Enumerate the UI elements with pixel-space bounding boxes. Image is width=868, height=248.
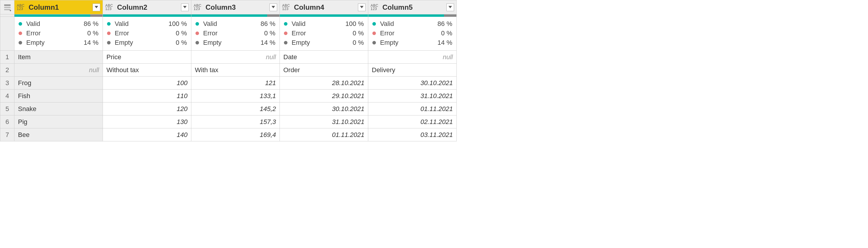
column-quality-bar: [280, 14, 368, 17]
column-name: Column4: [294, 3, 355, 11]
quality-row-error: Error0 %: [195, 29, 275, 38]
table-cell[interactable]: 31.10.2021: [280, 115, 368, 129]
error-dot-icon: [195, 32, 199, 35]
table-cell[interactable]: 110: [103, 90, 191, 103]
svg-marker-6: [272, 6, 275, 8]
cell-value: Order: [283, 66, 300, 74]
table-cell[interactable]: 01.11.2021: [368, 103, 457, 115]
column-filter-button[interactable]: [358, 4, 366, 11]
quality-row-left: Error: [372, 29, 395, 38]
table-cell[interactable]: 29.10.2021: [280, 90, 368, 103]
table-cell[interactable]: Order: [280, 64, 368, 77]
table-cell[interactable]: 120: [103, 103, 191, 115]
quality-percent: 14 %: [261, 38, 275, 47]
table-cell[interactable]: 130: [103, 115, 191, 129]
row-number[interactable]: 2: [0, 64, 14, 77]
table-cell[interactable]: 30.10.2021: [280, 103, 368, 115]
cell-value: 133,1: [260, 92, 276, 100]
table-cell[interactable]: Item: [14, 51, 103, 64]
column-filter-button[interactable]: [93, 4, 100, 11]
table-cell[interactable]: Without tax: [103, 64, 191, 77]
table-cell[interactable]: 31.10.2021: [368, 90, 457, 103]
quality-row-left: Empty: [195, 38, 221, 47]
column-filter-button[interactable]: [270, 4, 277, 11]
row-number[interactable]: 6: [0, 115, 14, 129]
table-cell[interactable]: null: [191, 51, 280, 64]
quality-label: Error: [380, 29, 395, 38]
quality-bar-valid: [103, 14, 191, 17]
svg-marker-8: [448, 6, 452, 8]
empty-dot-icon: [372, 41, 376, 44]
table-cell[interactable]: Date: [280, 51, 368, 64]
row-number[interactable]: 3: [0, 77, 14, 90]
row-number[interactable]: 4: [0, 90, 14, 103]
table-cell[interactable]: null: [14, 64, 103, 77]
table-cell[interactable]: Pig: [14, 115, 103, 129]
cell-value: 100: [177, 79, 187, 87]
quality-row-error: Error0 %: [284, 29, 364, 38]
cell-value: 130: [177, 118, 187, 126]
cell-value: Item: [18, 53, 31, 61]
cell-value: 28.10.2021: [332, 79, 365, 87]
row-number[interactable]: 1: [0, 51, 14, 64]
column-quality-bar: [191, 14, 280, 17]
column-filter-button[interactable]: [446, 4, 454, 11]
column-header[interactable]: ABC123Column3: [191, 0, 280, 14]
column-filter-button[interactable]: [181, 4, 189, 11]
table-cell[interactable]: 100: [103, 77, 191, 90]
table-cell[interactable]: null: [368, 51, 457, 64]
quality-row-left: Empty: [284, 38, 310, 47]
column-name: Column1: [29, 3, 90, 11]
cell-value: 31.10.2021: [421, 92, 453, 100]
table-cell[interactable]: Snake: [14, 103, 103, 115]
quality-row-left: Error: [107, 29, 129, 38]
cell-value: 30.10.2021: [421, 79, 453, 87]
svg-marker-5: [183, 6, 187, 8]
table-cell[interactable]: 28.10.2021: [280, 77, 368, 90]
quality-percent: 86 %: [261, 19, 275, 29]
quality-percent: 100 %: [168, 19, 187, 29]
table-cell[interactable]: 145,2: [191, 103, 280, 115]
table-cell[interactable]: Price: [103, 51, 191, 64]
table-cell[interactable]: With tax: [191, 64, 280, 77]
table-cell[interactable]: 169,4: [191, 129, 280, 141]
table-cell[interactable]: Delivery: [368, 64, 457, 77]
svg-rect-1: [4, 6, 11, 8]
table-cell[interactable]: 140: [103, 129, 191, 141]
table-cell[interactable]: 157,3: [191, 115, 280, 129]
table-corner-icon[interactable]: [0, 0, 14, 14]
error-dot-icon: [19, 32, 22, 35]
column-header[interactable]: ABC123Column4: [280, 0, 368, 14]
row-number[interactable]: 7: [0, 129, 14, 141]
quality-row-valid: Valid100 %: [284, 19, 364, 29]
quality-percent: 86 %: [437, 19, 452, 29]
datatype-123-label: 123: [194, 7, 200, 11]
table-cell[interactable]: Bee: [14, 129, 103, 141]
quality-bar-inner: [191, 14, 280, 17]
column-name: Column2: [117, 3, 178, 11]
table-cell[interactable]: 121: [191, 77, 280, 90]
table-cell[interactable]: 03.11.2021: [368, 129, 457, 141]
column-header[interactable]: ABC123Column1: [14, 0, 103, 14]
empty-dot-icon: [284, 41, 287, 44]
quality-label: Empty: [380, 38, 398, 47]
quality-percent: 0 %: [352, 38, 364, 47]
table-cell[interactable]: 02.11.2021: [368, 115, 457, 129]
table-cell[interactable]: 133,1: [191, 90, 280, 103]
column-header[interactable]: ABC123Column2: [103, 0, 191, 14]
quality-row-left: Empty: [107, 38, 133, 47]
table-cell[interactable]: Fish: [14, 90, 103, 103]
cell-value: 01.11.2021: [332, 131, 365, 139]
table-cell[interactable]: Frog: [14, 77, 103, 90]
error-dot-icon: [284, 32, 287, 35]
row-number[interactable]: 5: [0, 103, 14, 115]
quality-percent: 100 %: [346, 19, 364, 29]
cell-value: Without tax: [106, 66, 139, 74]
table-cell[interactable]: 01.11.2021: [280, 129, 368, 141]
column-header[interactable]: ABC123Column5: [368, 0, 457, 14]
quality-label: Empty: [203, 38, 221, 47]
table-cell[interactable]: 30.10.2021: [368, 77, 457, 90]
quality-row-valid: Valid86 %: [372, 19, 452, 29]
quality-row-left: Empty: [19, 38, 44, 47]
datatype-123-label: 123: [105, 7, 112, 11]
